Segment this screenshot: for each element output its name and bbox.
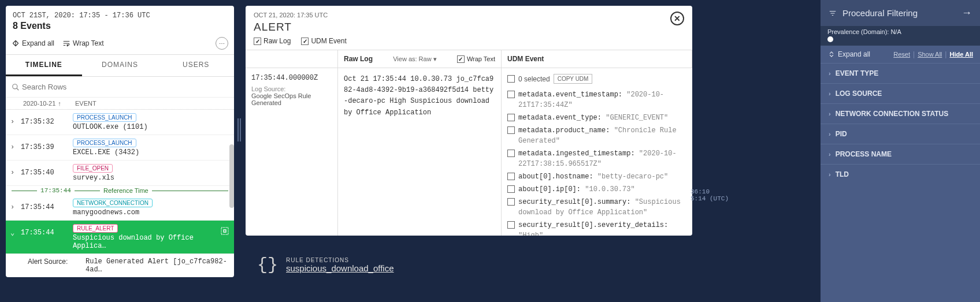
search-icon bbox=[12, 83, 20, 91]
tab-users[interactable]: USERS bbox=[158, 55, 234, 76]
event-description: OUTLOOK.exe (1101) bbox=[73, 123, 148, 131]
filter-show-all[interactable]: Show All bbox=[918, 51, 942, 58]
field-checkbox[interactable] bbox=[507, 198, 515, 206]
copy-udm-button[interactable]: COPY UDM bbox=[554, 74, 593, 84]
chevron-right-icon: › bbox=[829, 90, 831, 97]
filter-section-label: TLD bbox=[836, 170, 849, 178]
chevron-right-icon: › bbox=[829, 131, 831, 137]
filter-section[interactable]: › PID bbox=[821, 124, 980, 144]
event-row[interactable]: › 17:35:44 NETWORK_CONNECTION manygoodne… bbox=[6, 195, 234, 221]
filter-section[interactable]: › EVENT TYPE bbox=[821, 63, 980, 83]
expand-row-icon[interactable]: › bbox=[10, 199, 21, 211]
event-time: 17:35:44 bbox=[21, 199, 73, 211]
rule-detection-link[interactable]: suspicious_download_office bbox=[286, 263, 394, 273]
filter-section-label: EVENT TYPE bbox=[836, 69, 879, 77]
udm-field-row[interactable]: security_result[0].summary: "Suspicious … bbox=[507, 197, 686, 218]
log-source-label: Log Source: bbox=[251, 85, 332, 92]
field-checkbox[interactable] bbox=[507, 185, 515, 193]
udm-field-row[interactable]: about[0].hostname: "betty-decaro-pc" bbox=[507, 171, 686, 182]
event-description: EXCEL.EXE (3432) bbox=[73, 148, 139, 156]
event-row[interactable]: › 17:35:40 FILE_OPEN survey.xls bbox=[6, 161, 234, 186]
rule-detections-label: RULE DETECTIONS bbox=[286, 257, 394, 263]
more-menu-button[interactable]: ⋯ bbox=[216, 37, 228, 50]
filter-icon bbox=[829, 9, 837, 17]
udm-field-row[interactable]: metadata.product_name: "Chronicle Rule G… bbox=[507, 125, 686, 146]
prevalence-slider-handle[interactable] bbox=[827, 36, 833, 42]
field-checkbox[interactable] bbox=[507, 91, 515, 98]
event-type-badge: FILE_OPEN bbox=[73, 164, 113, 173]
svg-point-0 bbox=[13, 84, 17, 88]
udm-key: metadata.ingested_timestamp: bbox=[518, 150, 635, 158]
expand-row-icon[interactable]: › bbox=[10, 139, 21, 151]
collapse-row-icon[interactable]: ⌄ bbox=[10, 224, 21, 237]
selected-count: 0 selected bbox=[518, 75, 550, 83]
filter-expand-all[interactable]: Expand all bbox=[827, 50, 870, 58]
event-row-selected[interactable]: ⌄ 17:35:44 RULE_ALERT Suspicious downloa… bbox=[6, 221, 234, 254]
event-row[interactable]: › 17:35:39 PROCESS_LAUNCH EXCEL.EXE (343… bbox=[6, 135, 234, 161]
prevalence-label: Prevalence (Domain): N/A bbox=[827, 28, 973, 35]
event-description: survey.xls bbox=[73, 174, 114, 182]
events-count: 8 Events bbox=[13, 21, 227, 31]
filter-title: Procedural Filtering bbox=[842, 8, 918, 18]
chevron-right-icon: › bbox=[829, 151, 831, 158]
udm-key: about[0].hostname: bbox=[518, 173, 593, 181]
raw-log-toggle[interactable]: Raw Log bbox=[254, 37, 291, 45]
close-button[interactable]: ✕ bbox=[670, 12, 684, 25]
event-description: Suspicious download by Office Applica… bbox=[73, 234, 194, 250]
field-checkbox[interactable] bbox=[507, 150, 515, 157]
tab-timeline[interactable]: TIMELINE bbox=[6, 55, 82, 76]
col-udm-event: UDM Event bbox=[502, 50, 692, 68]
field-checkbox[interactable] bbox=[507, 221, 515, 229]
svg-rect-1 bbox=[221, 228, 228, 234]
chevron-right-icon: › bbox=[829, 171, 831, 178]
udm-field-row[interactable]: metadata.event_type: "GENERIC_EVENT" bbox=[507, 113, 686, 123]
collapse-panel-button[interactable]: → bbox=[962, 7, 972, 19]
event-time: 17:35:44 bbox=[21, 224, 73, 237]
scrollbar-thumb[interactable] bbox=[229, 144, 234, 208]
checkbox-on-icon bbox=[457, 55, 465, 63]
udm-field-row[interactable]: metadata.ingested_timestamp: "2020-10-22… bbox=[507, 148, 686, 169]
filter-section[interactable]: › TLD bbox=[821, 164, 980, 184]
event-type-badge: PROCESS_LAUNCH bbox=[73, 139, 136, 147]
col-raw-log: Raw Log bbox=[344, 55, 373, 63]
alert-title: ALERT bbox=[254, 21, 684, 33]
wrap-text-button[interactable]: Wrap Text bbox=[62, 39, 104, 47]
sort-asc-icon[interactable]: ↑ bbox=[58, 100, 61, 107]
expand-all-button[interactable]: Expand all bbox=[12, 39, 54, 47]
udm-field-row[interactable]: about[0].ip[0]: "10.0.30.73" bbox=[507, 184, 686, 195]
filter-section[interactable]: › LOG SOURCE bbox=[821, 83, 980, 103]
event-row[interactable]: › 17:35:32 PROCESS_LAUNCH OUTLOOK.exe (1… bbox=[6, 110, 234, 135]
udm-field-row[interactable]: metadata.event_timestamp: "2020-10-21T17… bbox=[507, 90, 686, 110]
raw-log-content: Oct 21 17:35:44 10.0.30.73 jo_c7fca982-4… bbox=[338, 68, 502, 236]
udm-key: security_result[0].summary: bbox=[518, 198, 630, 206]
field-checkbox[interactable] bbox=[507, 126, 515, 134]
events-list: › 17:35:32 PROCESS_LAUNCH OUTLOOK.exe (1… bbox=[6, 110, 234, 277]
search-rows-input[interactable] bbox=[20, 80, 228, 94]
wrap-text-toggle[interactable]: Wrap Text bbox=[457, 55, 495, 63]
filter-hide-all[interactable]: Hide All bbox=[949, 51, 973, 58]
field-checkbox[interactable] bbox=[507, 173, 515, 180]
open-detail-icon[interactable] bbox=[220, 226, 229, 238]
event-description: manygoodnews.com bbox=[73, 208, 139, 217]
udm-value: "10.0.30.73" bbox=[585, 185, 634, 193]
udm-fields-list: metadata.event_timestamp: "2020-10-21T17… bbox=[507, 90, 686, 236]
udm-key: metadata.event_type: bbox=[518, 114, 602, 122]
udm-field-row[interactable]: security_result[0].severity_details: "Hi… bbox=[507, 220, 686, 236]
event-type-badge: RULE_ALERT bbox=[73, 224, 118, 233]
resize-handle[interactable] bbox=[237, 118, 242, 141]
view-as-dropdown[interactable]: View as: Raw ▾ bbox=[393, 55, 437, 63]
filter-reset[interactable]: Reset bbox=[893, 51, 910, 58]
events-panel: OCT 21ST, 2020: 17:35 - 17:36 UTC 8 Even… bbox=[6, 6, 234, 277]
select-all-checkbox[interactable] bbox=[507, 75, 515, 83]
filter-section-label: PROCESS NAME bbox=[836, 150, 892, 158]
udm-value: "High" bbox=[518, 232, 543, 236]
tab-domains[interactable]: DOMAINS bbox=[82, 55, 158, 76]
filter-section[interactable]: › NETWORK CONNECTION STATUS bbox=[821, 103, 980, 124]
events-date-range: OCT 21ST, 2020: 17:35 - 17:36 UTC bbox=[13, 12, 227, 20]
expand-row-icon[interactable]: › bbox=[10, 164, 21, 177]
udm-event-toggle[interactable]: UDM Event bbox=[301, 37, 346, 45]
udm-key: metadata.event_timestamp: bbox=[518, 91, 622, 99]
filter-section[interactable]: › PROCESS NAME bbox=[821, 144, 980, 164]
expand-row-icon[interactable]: › bbox=[10, 113, 21, 126]
field-checkbox[interactable] bbox=[507, 114, 515, 121]
